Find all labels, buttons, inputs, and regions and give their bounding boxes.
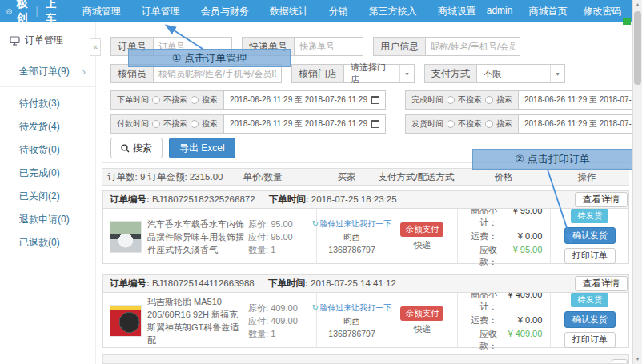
scrollbar-thumb[interactable] — [634, 11, 641, 85]
receivable-label: 应收款： — [463, 328, 498, 352]
order-time-search-radio[interactable] — [191, 96, 199, 104]
col-actions: 操作 — [578, 169, 596, 185]
store-select[interactable]: 请选择门店 ▼ — [344, 64, 415, 83]
payment-time-search-label: 搜索 — [202, 118, 218, 130]
calendar-icon — [371, 120, 379, 128]
wechat-icon: ↻ — [312, 303, 319, 312]
complete-time-nosearch-radio[interactable] — [447, 96, 455, 104]
orig-price-value: 95.00 — [271, 219, 293, 229]
sidebar-item-label: 全部订单(9) — [19, 66, 70, 77]
chevron-down-icon: ▼ — [550, 65, 564, 82]
express-no-input[interactable] — [295, 37, 363, 56]
qty-label: 数量: — [248, 245, 268, 254]
product-name: 汽车香水车载香水车内饰品摆件除异味车用装饰摆件座式持久淡香气 — [147, 218, 245, 256]
wechat-icon: ↻ — [312, 219, 319, 228]
sidebar-item-pending-receipt[interactable]: 待收货(0) — [0, 138, 95, 162]
delivery-method: 快递 — [413, 239, 431, 251]
nav-item-distribution[interactable]: 分销 — [319, 0, 359, 22]
buyer-cell: ↻脸伸过来让我打一下 昀西 1368786797 — [316, 209, 387, 264]
payment-method-label: 支付方式 — [424, 64, 477, 83]
complete-time-search-radio[interactable] — [485, 96, 493, 104]
view-detail-button[interactable] — [612, 359, 628, 364]
payment-time-nosearch-radio[interactable] — [152, 120, 160, 128]
ship-time-nosearch-radio[interactable] — [447, 120, 455, 128]
user-info-input[interactable] — [426, 37, 520, 56]
order-row-partial — [102, 354, 629, 364]
amount-cell: 商品小计： ¥ 409.00 运费： ¥ 0.00 应收款： ¥ 409.00 — [457, 293, 551, 348]
receivable-value: ¥ 409.00 — [497, 328, 542, 352]
calendar-icon — [371, 96, 379, 104]
ship-time-search-label: 搜索 — [496, 118, 512, 130]
payable-label: 应付: — [248, 316, 268, 326]
qty-value: 1 — [271, 245, 275, 254]
nav-item-order-management[interactable]: 订单管理 — [131, 0, 191, 22]
brand-logo-icon — [6, 5, 12, 18]
order-time-range-input[interactable]: 2018-06-26 11:29 至 2018-07-26 11:29 — [224, 90, 386, 110]
order-time-filter: 下单时间 不搜索 搜索 — [110, 90, 224, 110]
store-select-value: 请选择门店 — [344, 62, 399, 86]
product-prices: 原价: 409.00 应付: 409.00 数量: 1 — [248, 302, 298, 340]
payment-cell: 余额支付 快递 — [387, 293, 457, 348]
order-header: 订单编号: BJ180725182325266872 下单时间: 2018-07… — [103, 191, 628, 209]
payment-method-select[interactable]: 不限 ▼ — [477, 64, 565, 83]
sidebar-item-refunded[interactable]: 已退款(0) — [0, 231, 95, 254]
sidebar-item-completed[interactable]: 已完成(0) — [0, 162, 95, 185]
scrollbar-up-icon[interactable]: ▲ — [633, 0, 642, 10]
nav-link-change-password[interactable]: 修改密码 — [583, 5, 621, 18]
nav-item-member-finance[interactable]: 会员与财务 — [191, 0, 259, 22]
nav-user-admin[interactable]: admin — [487, 5, 513, 18]
order-time-value: 2018-07-25 18:23:25 — [311, 194, 397, 204]
main-content: 订单号 快递单号 用户信息 核销员 核销门店 请选择门店 ▼ 支付方式 不 — [96, 22, 632, 364]
nav-menu: 商城管理 订单管理 会员与财务 数据统计 分销 第三方接入 商城设置 — [72, 0, 487, 22]
view-detail-button[interactable]: 查看详情 — [575, 192, 628, 207]
sidebar-item-pending-payment[interactable]: 待付款(3) — [0, 92, 95, 115]
filter-actions: 搜索 导出 Excel — [110, 138, 235, 158]
sidebar-item-closed[interactable]: 已关闭(2) — [0, 185, 95, 208]
payment-time-range-input[interactable]: 2018-06-26 11:29 至 2018-07-26 11:29 — [224, 114, 386, 134]
order-row: 订单编号: BJ180725182325266872 下单时间: 2018-07… — [102, 190, 629, 264]
complete-time-range-input[interactable]: 2018-06-26 11:29 至 2018-07-26 11:29 — [519, 90, 632, 110]
payment-time-label: 付款时间 — [117, 118, 149, 130]
ship-time-range-input[interactable]: 2018-06-26 11:29 至 2018-07-26 11:29 — [519, 114, 632, 134]
print-order-button[interactable]: 打印订单 — [564, 332, 616, 349]
buyer-nickname-text: 脸伸过来让我打一下 — [319, 219, 391, 228]
product-cell: 玛吉斯轮胎 MA510 205/60R16 92H 新福克斯翼神英朗GT科鲁兹适… — [103, 293, 316, 348]
green-marker — [623, 18, 631, 25]
order-time-label: 下单时间: — [268, 278, 308, 288]
print-order-button[interactable]: 打印订单 — [564, 248, 616, 265]
confirm-ship-button[interactable]: 确认发货 — [564, 227, 616, 244]
view-detail-button[interactable]: 查看详情 — [575, 276, 628, 291]
sidebar-item-all-orders[interactable]: 全部订单(9) › — [0, 60, 95, 83]
complete-time-search-label: 搜索 — [496, 94, 512, 106]
export-excel-button[interactable]: 导出 Excel — [169, 138, 235, 158]
scrollbar-down-icon[interactable]: ▼ — [633, 354, 642, 364]
buyer-name: 昀西 — [343, 314, 360, 327]
nav-link-mall-home[interactable]: 商城首页 — [528, 5, 567, 18]
navbar: 极创 ｜ 掌上车店 商城管理 订单管理 会员与财务 数据统计 分销 第三方接入 … — [0, 0, 632, 22]
product-image — [110, 305, 142, 337]
nav-item-mall-settings[interactable]: 商城设置 — [427, 0, 487, 22]
order-body: 汽车香水车载香水车内饰品摆件除异味车用装饰摆件座式持久淡香气 原价: 95.00… — [103, 209, 628, 264]
ship-time-search-radio[interactable] — [485, 120, 493, 128]
user-info-label: 用户信息 — [373, 37, 426, 56]
orig-price-label: 原价: — [248, 303, 268, 313]
buyer-nickname[interactable]: ↻脸伸过来让我打一下 — [312, 302, 391, 314]
nav-item-mall-management[interactable]: 商城管理 — [72, 0, 131, 22]
payment-time-search-radio[interactable] — [191, 120, 199, 128]
confirm-ship-button[interactable]: 确认发货 — [564, 311, 616, 328]
sidebar-collapse-toggle[interactable]: « — [90, 38, 101, 56]
sidebar-section-order-management[interactable]: 订单管理 — [0, 22, 95, 47]
actions-cell: 待发货 确认发货 打印订单 — [550, 293, 628, 348]
nav-item-data-statistics[interactable]: 数据统计 — [259, 0, 319, 22]
order-time-nosearch-radio[interactable] — [152, 96, 160, 104]
ship-time-range-value: 2018-06-26 11:29 至 2018-07-26 11:29 — [524, 118, 632, 130]
search-button[interactable]: 搜索 — [110, 138, 163, 158]
buyer-nickname[interactable]: ↻脸伸过来让我打一下 — [312, 218, 391, 230]
col-amount: 价格 — [495, 169, 513, 185]
amount-cell: 商品小计： ¥ 95.00 运费： ¥ 0.00 应收款： ¥ 95.00 — [457, 209, 551, 264]
order-no-label: 订单编号: — [110, 194, 150, 204]
sidebar-item-pending-shipment[interactable]: 待发货(4) — [0, 115, 95, 138]
order-time-range-value: 2018-06-26 11:29 至 2018-07-26 11:29 — [230, 94, 367, 106]
sidebar-item-refund-request[interactable]: 退款申请(0) — [0, 208, 95, 231]
nav-item-third-party[interactable]: 第三方接入 — [359, 0, 427, 22]
